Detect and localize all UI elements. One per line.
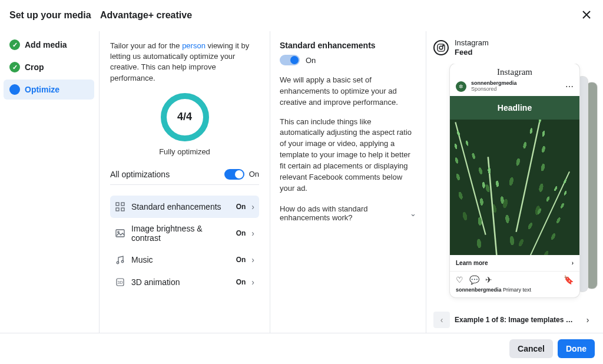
footer: Cancel Done [0,333,603,364]
step-label: Crop [25,62,44,72]
svg-rect-3 [121,203,124,206]
gauge-caption: Fully optimized [159,147,210,156]
svg-rect-2 [116,203,119,206]
chevron-right-icon: › [251,277,254,287]
option-music[interactable]: Music On › [110,249,259,271]
check-icon: ✓ [9,39,20,50]
preview-placement: Feed [455,48,489,57]
optimizations-panel: Tailor your ad for the person viewing it… [100,31,270,333]
chevron-right-icon: › [251,202,254,211]
svg-point-13 [439,46,443,49]
svg-point-9 [121,260,124,263]
instagram-preview-card: Instagram ✲ sonnenbergmedia Sponsored ⋯ … [450,64,579,297]
heart-icon: ♡ [456,275,463,284]
instagram-icon [433,40,449,55]
option-standard-enhancements[interactable]: Standard enhancements On › [110,196,259,218]
cube-icon: 3D [115,277,125,287]
option-state: On [236,203,246,211]
chevron-right-icon: › [572,260,574,266]
svg-point-7 [118,231,119,233]
option-state: On [236,278,246,286]
svg-rect-4 [116,208,119,211]
chevron-down-icon: ⌄ [410,209,416,218]
detail-paragraph-1: We will apply a basic set of enhancement… [280,75,416,108]
done-button[interactable]: Done [558,339,595,358]
image-icon [115,228,125,239]
preview-cta: Learn more › [450,255,579,272]
step-crop[interactable]: ✓ Crop [4,57,94,77]
half-circle-icon [9,84,20,95]
preview-action-row: ♡ 💬 ✈ 🔖 [450,272,579,287]
option-label: 3D animation [131,277,230,287]
detail-heading: Standard enhancements [280,41,416,50]
cancel-button[interactable]: Cancel [509,339,553,358]
close-button[interactable] [579,7,594,24]
detail-paragraph-2: This can include things like automatical… [280,117,416,194]
svg-point-14 [443,45,444,46]
preview-image [450,120,579,255]
step-add-media[interactable]: ✓ Add media [4,35,94,55]
comment-icon: 💬 [469,275,479,284]
option-label: Music [131,255,230,264]
sidebar: ✓ Add media ✓ Crop Optimize [0,31,99,333]
how-it-works-accordion[interactable]: How do ads with standard enhancements wo… [280,202,416,222]
standard-enhancements-toggle[interactable]: On [280,55,416,65]
chevron-right-icon: › [251,255,254,264]
preview-caption: sonnenbergmedia Primary text [450,287,579,297]
optimization-gauge: 4/4 [160,92,210,143]
pager-next-button[interactable]: › [579,312,596,328]
music-icon [115,254,125,265]
preview-platform: Instagram [455,38,489,48]
toggle-state-text: On [306,56,316,65]
option-state: On [236,229,246,237]
option-3d-animation[interactable]: 3D 3D animation On › [110,271,259,293]
more-icon: ⋯ [565,82,574,91]
chevron-right-icon: › [251,229,254,238]
option-label: Standard enhancements [131,202,230,211]
step-optimize[interactable]: Optimize [4,80,94,100]
all-optimizations-toggle[interactable]: On [224,169,259,180]
option-state: On [236,256,246,264]
pager-text: Example 1 of 8: Image templates for Fe… [455,316,575,324]
pager-prev-button[interactable]: ‹ [433,312,450,328]
option-label: Image brightness & contrast [131,224,230,243]
avatar: ✲ [456,81,466,92]
instagram-wordmark: Instagram [450,64,579,80]
gauge-value: 4/4 [160,92,210,143]
preview-headline: Headline [450,96,579,120]
detail-panel: Standard enhancements On We will apply a… [270,31,426,333]
all-optimizations-label: All optimizations [110,170,170,179]
sidebar-title: Set up your media [9,10,100,21]
preview-panel: Instagram Feed Instagram ✲ s [426,31,603,333]
grid-icon [115,201,125,212]
option-brightness-contrast[interactable]: Image brightness & contrast On › [110,218,259,249]
step-label: Add media [25,40,67,49]
sponsored-label: Sponsored [471,87,561,92]
chevron-right-icon: › [587,315,589,325]
intro-text: Tailor your ad for the person viewing it… [110,41,259,84]
person-link[interactable]: person [182,41,206,50]
toggle-state-text: On [249,170,259,178]
share-icon: ✈ [485,275,492,284]
svg-text:3D: 3D [118,280,123,284]
accordion-label: How do ads with standard enhancements wo… [280,204,410,222]
chevron-left-icon: ‹ [440,315,443,325]
bookmark-icon: 🔖 [564,275,574,284]
close-icon [582,10,591,19]
svg-point-8 [117,262,119,264]
page-title: Advantage+ creative [100,10,579,21]
step-label: Optimize [25,85,59,94]
check-icon: ✓ [9,62,20,72]
svg-rect-5 [121,208,124,211]
